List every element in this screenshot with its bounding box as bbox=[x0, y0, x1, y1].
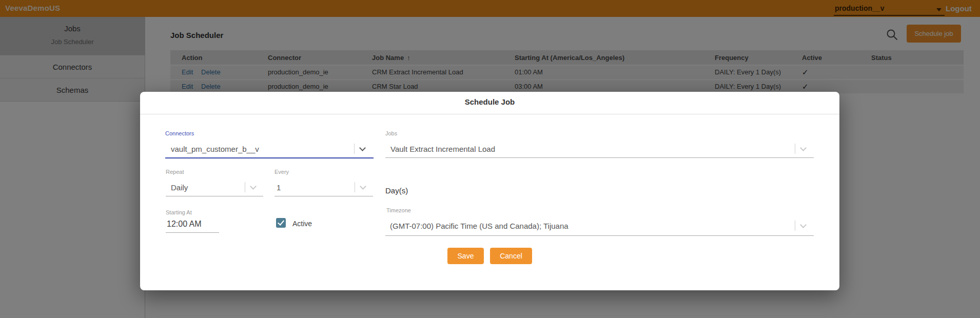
chevron-down-icon bbox=[800, 222, 807, 228]
starting-at-value: 12:00 AM bbox=[167, 220, 202, 229]
cancel-button[interactable]: Cancel bbox=[490, 248, 532, 264]
every-value: 1 bbox=[277, 183, 281, 192]
repeat-underline bbox=[166, 196, 263, 196]
repeat-value: Daily bbox=[171, 183, 188, 192]
jobs-value: Vault Extract Incremental Load bbox=[390, 145, 495, 153]
jobs-select[interactable]: Vault Extract Incremental Load bbox=[385, 141, 814, 158]
repeat-label: Repeat bbox=[166, 169, 184, 175]
timezone-label: Timezone bbox=[386, 207, 411, 213]
chevron-down-icon bbox=[250, 183, 257, 190]
every-label: Every bbox=[275, 169, 289, 175]
modal-title: Schedule Job bbox=[140, 97, 839, 106]
timezone-value: (GMT-07:00) Pacific Time (US and Canada)… bbox=[390, 222, 569, 230]
connectors-label: Connectors bbox=[165, 130, 194, 136]
repeat-select[interactable]: Daily bbox=[166, 180, 263, 196]
chevron-down-icon bbox=[800, 145, 807, 151]
starting-at-underline bbox=[166, 232, 219, 233]
connectors-value: vault_pm_customer_b__v bbox=[171, 145, 259, 153]
every-unit-label: Day(s) bbox=[385, 186, 408, 195]
every-select[interactable]: 1 bbox=[275, 180, 373, 196]
schedule-job-modal: Schedule Job Connectors vault_pm_custome… bbox=[140, 92, 839, 290]
starting-at-label: Starting At bbox=[166, 209, 192, 215]
jobs-underline bbox=[385, 157, 814, 158]
timezone-select[interactable]: (GMT-07:00) Pacific Time (US and Canada)… bbox=[385, 218, 814, 235]
every-underline bbox=[275, 196, 373, 196]
chevron-down-icon bbox=[360, 183, 366, 190]
modal-title-divider bbox=[140, 114, 839, 114]
connectors-select[interactable]: vault_pm_customer_b__v bbox=[165, 141, 374, 158]
starting-at-input[interactable]: 12:00 AM bbox=[166, 218, 219, 232]
chevron-down-icon bbox=[359, 145, 366, 151]
save-button[interactable]: Save bbox=[447, 248, 484, 264]
active-checkbox-label: Active bbox=[292, 220, 312, 228]
jobs-label: Jobs bbox=[385, 130, 397, 136]
connectors-underline bbox=[165, 157, 374, 158]
timezone-underline bbox=[385, 235, 814, 236]
active-checkbox[interactable] bbox=[276, 218, 286, 228]
